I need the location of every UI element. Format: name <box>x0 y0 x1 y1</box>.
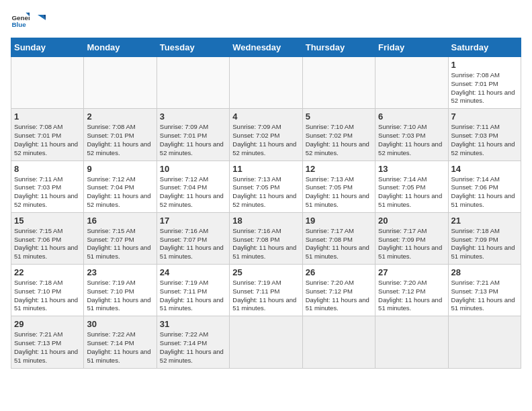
day-info: Sunrise: 7:19 AMSunset: 7:11 PMDaylight:… <box>160 279 224 312</box>
calendar-cell <box>157 57 229 109</box>
day-number: 22 <box>14 267 81 277</box>
day-number: 9 <box>87 164 153 174</box>
day-info: Sunrise: 7:10 AMSunset: 7:03 PMDaylight:… <box>378 123 442 156</box>
day-number: 5 <box>306 111 372 122</box>
day-info: Sunrise: 7:08 AMSunset: 7:01 PMDaylight:… <box>87 123 150 156</box>
day-number: 14 <box>451 164 518 174</box>
day-number: 25 <box>232 267 299 277</box>
calendar-cell: 30Sunrise: 7:22 AMSunset: 7:14 PMDayligh… <box>84 316 157 368</box>
day-number: 17 <box>160 216 226 226</box>
day-info: Sunrise: 7:19 AMSunset: 7:10 PMDaylight:… <box>87 279 150 312</box>
header-day-friday: Friday <box>375 38 448 57</box>
day-info: Sunrise: 7:11 AMSunset: 7:03 PMDaylight:… <box>451 123 515 156</box>
day-number: 20 <box>378 216 445 226</box>
calendar-cell: 31Sunrise: 7:22 AMSunset: 7:14 PMDayligh… <box>157 316 229 368</box>
calendar-cell: 14Sunrise: 7:14 AMSunset: 7:06 PMDayligh… <box>448 161 521 212</box>
week-row-1: 1Sunrise: 7:08 AMSunset: 7:01 PMDaylight… <box>11 57 521 109</box>
calendar-cell: 20Sunrise: 7:17 AMSunset: 7:09 PMDayligh… <box>375 212 448 264</box>
week-row-6: 29Sunrise: 7:21 AMSunset: 7:13 PMDayligh… <box>11 316 521 368</box>
day-info: Sunrise: 7:10 AMSunset: 7:02 PMDaylight:… <box>306 123 369 156</box>
week-row-5: 22Sunrise: 7:18 AMSunset: 7:10 PMDayligh… <box>11 265 521 316</box>
day-number: 28 <box>451 267 518 277</box>
day-info: Sunrise: 7:12 AMSunset: 7:04 PMDaylight:… <box>87 175 150 208</box>
calendar-cell: 27Sunrise: 7:20 AMSunset: 7:12 PMDayligh… <box>375 265 448 316</box>
day-info: Sunrise: 7:17 AMSunset: 7:09 PMDaylight:… <box>378 227 442 260</box>
day-info: Sunrise: 7:19 AMSunset: 7:11 PMDaylight:… <box>232 279 296 312</box>
day-info: Sunrise: 7:13 AMSunset: 7:05 PMDaylight:… <box>306 175 369 208</box>
header-day-sunday: Sunday <box>11 38 84 57</box>
calendar-cell: 5Sunrise: 7:10 AMSunset: 7:02 PMDaylight… <box>302 109 375 161</box>
calendar-cell: 22Sunrise: 7:18 AMSunset: 7:10 PMDayligh… <box>11 265 84 316</box>
svg-text:Blue: Blue <box>11 21 26 28</box>
day-info: Sunrise: 7:22 AMSunset: 7:14 PMDaylight:… <box>87 330 150 363</box>
day-number: 30 <box>87 319 153 329</box>
day-info: Sunrise: 7:12 AMSunset: 7:04 PMDaylight:… <box>160 175 224 208</box>
calendar-cell: 9Sunrise: 7:12 AMSunset: 7:04 PMDaylight… <box>84 161 157 212</box>
day-info: Sunrise: 7:16 AMSunset: 7:07 PMDaylight:… <box>160 227 224 260</box>
day-info: Sunrise: 7:14 AMSunset: 7:06 PMDaylight:… <box>451 175 515 208</box>
day-info: Sunrise: 7:21 AMSunset: 7:13 PMDaylight:… <box>451 279 515 312</box>
calendar-cell: 3Sunrise: 7:09 AMSunset: 7:01 PMDaylight… <box>157 109 229 161</box>
day-number: 29 <box>14 319 81 329</box>
day-info: Sunrise: 7:18 AMSunset: 7:10 PMDaylight:… <box>14 279 78 312</box>
header-day-saturday: Saturday <box>448 38 521 57</box>
logo-arrow-icon <box>34 13 47 27</box>
calendar-cell: 26Sunrise: 7:20 AMSunset: 7:12 PMDayligh… <box>302 265 375 316</box>
day-number: 24 <box>160 267 226 277</box>
day-info: Sunrise: 7:15 AMSunset: 7:06 PMDaylight:… <box>14 227 78 260</box>
day-number: 27 <box>378 267 445 277</box>
day-info: Sunrise: 7:13 AMSunset: 7:05 PMDaylight:… <box>232 175 296 208</box>
day-info: Sunrise: 7:08 AMSunset: 7:01 PMDaylight:… <box>451 71 515 104</box>
calendar-table: SundayMondayTuesdayWednesdayThursdayFrid… <box>11 38 521 369</box>
calendar-cell: 1Sunrise: 7:08 AMSunset: 7:01 PMDaylight… <box>448 57 521 109</box>
calendar-cell: 11Sunrise: 7:13 AMSunset: 7:05 PMDayligh… <box>230 161 302 212</box>
calendar-cell <box>375 57 448 109</box>
calendar-cell: 8Sunrise: 7:11 AMSunset: 7:03 PMDaylight… <box>11 161 84 212</box>
calendar-cell <box>230 316 302 368</box>
calendar-cell: 15Sunrise: 7:15 AMSunset: 7:06 PMDayligh… <box>11 212 84 264</box>
calendar-cell: 1Sunrise: 7:08 AMSunset: 7:01 PMDaylight… <box>11 109 84 161</box>
day-number: 3 <box>160 111 226 122</box>
calendar-cell: 28Sunrise: 7:21 AMSunset: 7:13 PMDayligh… <box>448 265 521 316</box>
calendar-cell: 29Sunrise: 7:21 AMSunset: 7:13 PMDayligh… <box>11 316 84 368</box>
day-number: 26 <box>306 267 372 277</box>
calendar-cell: 7Sunrise: 7:11 AMSunset: 7:03 PMDaylight… <box>448 109 521 161</box>
day-info: Sunrise: 7:16 AMSunset: 7:08 PMDaylight:… <box>232 227 296 260</box>
day-number: 13 <box>378 164 445 174</box>
calendar-cell <box>11 57 84 109</box>
day-number: 23 <box>87 267 153 277</box>
day-number: 8 <box>14 164 81 174</box>
day-number: 1 <box>451 60 518 70</box>
calendar-cell: 24Sunrise: 7:19 AMSunset: 7:11 PMDayligh… <box>157 265 229 316</box>
day-info: Sunrise: 7:17 AMSunset: 7:08 PMDaylight:… <box>306 227 369 260</box>
day-info: Sunrise: 7:15 AMSunset: 7:07 PMDaylight:… <box>87 227 150 260</box>
header: General Blue <box>11 11 521 30</box>
day-number: 18 <box>232 216 299 226</box>
day-number: 10 <box>160 164 226 174</box>
day-info: Sunrise: 7:20 AMSunset: 7:12 PMDaylight:… <box>306 279 369 312</box>
day-info: Sunrise: 7:20 AMSunset: 7:12 PMDaylight:… <box>378 279 442 312</box>
day-number: 19 <box>306 216 372 226</box>
header-day-thursday: Thursday <box>302 38 375 57</box>
logo-icon: General Blue <box>11 11 30 30</box>
day-number: 21 <box>451 216 518 226</box>
header-day-tuesday: Tuesday <box>157 38 229 57</box>
calendar-cell: 12Sunrise: 7:13 AMSunset: 7:05 PMDayligh… <box>302 161 375 212</box>
calendar-cell: 18Sunrise: 7:16 AMSunset: 7:08 PMDayligh… <box>230 212 302 264</box>
day-number: 2 <box>87 111 153 122</box>
logo: General Blue <box>11 11 47 30</box>
calendar-cell: 19Sunrise: 7:17 AMSunset: 7:08 PMDayligh… <box>302 212 375 264</box>
day-number: 12 <box>306 164 372 174</box>
day-number: 16 <box>87 216 153 226</box>
day-info: Sunrise: 7:09 AMSunset: 7:01 PMDaylight:… <box>160 123 224 156</box>
day-info: Sunrise: 7:11 AMSunset: 7:03 PMDaylight:… <box>14 175 78 208</box>
calendar-cell <box>302 57 375 109</box>
day-info: Sunrise: 7:14 AMSunset: 7:05 PMDaylight:… <box>378 175 442 208</box>
calendar-cell: 6Sunrise: 7:10 AMSunset: 7:03 PMDaylight… <box>375 109 448 161</box>
calendar-cell: 25Sunrise: 7:19 AMSunset: 7:11 PMDayligh… <box>230 265 302 316</box>
day-info: Sunrise: 7:18 AMSunset: 7:09 PMDaylight:… <box>451 227 515 260</box>
calendar-cell: 4Sunrise: 7:09 AMSunset: 7:02 PMDaylight… <box>230 109 302 161</box>
calendar-cell: 2Sunrise: 7:08 AMSunset: 7:01 PMDaylight… <box>84 109 157 161</box>
day-number: 6 <box>378 111 445 122</box>
calendar-cell <box>84 57 157 109</box>
